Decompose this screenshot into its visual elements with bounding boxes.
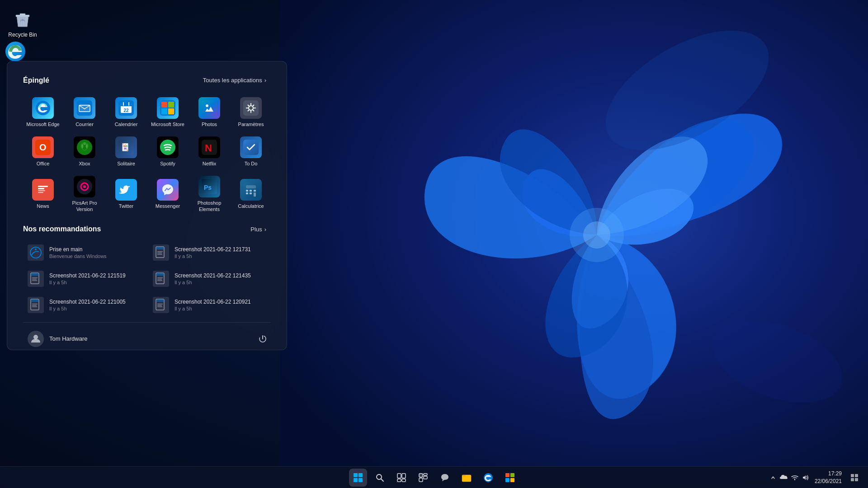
rec-icon-rec3 [28, 271, 44, 287]
app-item-office[interactable]: O Office [23, 133, 63, 170]
notification-button[interactable] [846, 469, 863, 486]
search-button[interactable] [371, 469, 389, 487]
svg-text:N: N [205, 142, 212, 154]
rec-info-rec6: Screenshot 2021-06-22 120921Il y a 5h [175, 299, 251, 311]
taskview-button[interactable] [392, 469, 410, 487]
svg-point-36 [83, 142, 86, 145]
user-name: Tom Hardware [49, 335, 88, 342]
rec-item-rec4[interactable]: Screenshot 2021-06-22 121435Il y a 5h [148, 267, 271, 291]
svg-rect-28 [202, 100, 217, 116]
start-button[interactable] [349, 469, 367, 487]
svg-rect-99 [397, 474, 401, 478]
rec-info-rec5: Screenshot 2021-06-22 121005Il y a 5h [49, 299, 126, 311]
svg-rect-116 [855, 478, 858, 481]
svg-point-90 [33, 335, 38, 339]
svg-rect-81 [31, 299, 39, 302]
onedrive-icon[interactable] [779, 473, 788, 482]
app-item-twitter[interactable]: Twitter [106, 172, 146, 216]
svg-rect-114 [855, 474, 858, 477]
rec-name-rec6: Screenshot 2021-06-22 120921 [175, 299, 251, 305]
rec-item-rec6[interactable]: Screenshot 2021-06-22 120921Il y a 5h [148, 293, 271, 317]
app-name-todo: To Do [245, 161, 258, 167]
app-item-edge[interactable]: Microsoft Edge [23, 94, 63, 131]
svg-rect-93 [354, 473, 358, 477]
app-item-spotify[interactable]: Spotify [148, 133, 188, 170]
system-tray: 17:29 22/06/2021 [769, 469, 863, 486]
show-hidden-icons[interactable] [769, 473, 778, 482]
rec-icon-rec2 [153, 244, 169, 261]
svg-rect-86 [156, 299, 164, 302]
clock-area[interactable]: 17:29 22/06/2021 [812, 469, 844, 486]
network-icon[interactable] [790, 473, 799, 482]
taskbar: 17:29 22/06/2021 [0, 466, 868, 488]
svg-rect-30 [243, 100, 259, 116]
app-icon-netflix: N [198, 136, 220, 158]
app-item-xbox[interactable]: Xbox [65, 133, 104, 170]
app-item-picsart[interactable]: PicsArt Pro Version [65, 172, 104, 216]
app-name-settings: Paramètres [238, 122, 264, 127]
app-item-messenger[interactable]: Messenger [148, 172, 188, 216]
rec-item-rec3[interactable]: Screenshot 2021-06-22 121519Il y a 5h [23, 267, 146, 291]
rec-item-rec2[interactable]: Screenshot 2021-06-22 121731Il y a 5h [148, 241, 271, 264]
svg-point-50 [83, 185, 86, 188]
volume-icon[interactable] [801, 473, 810, 482]
svg-point-64 [35, 249, 37, 250]
app-item-store[interactable]: Microsoft Store [148, 94, 188, 131]
all-apps-button[interactable]: Toutes les applications › [198, 75, 271, 85]
store-taskbar-button[interactable] [501, 469, 519, 487]
chat-button[interactable] [436, 469, 454, 487]
rec-name-rec3: Screenshot 2021-06-22 121519 [49, 272, 126, 279]
rec-item-rec1[interactable]: Prise en mainBienvenue dans Windows [23, 241, 146, 264]
svg-rect-71 [31, 273, 39, 276]
svg-rect-60 [246, 192, 248, 194]
svg-rect-44 [38, 186, 48, 187]
app-icon-todo [240, 136, 262, 158]
svg-rect-57 [246, 190, 248, 192]
file-explorer-button[interactable] [458, 469, 476, 487]
app-item-calendar[interactable]: 22 Calendrier [106, 94, 146, 131]
plus-button[interactable]: Plus › [246, 224, 271, 235]
svg-rect-87 [157, 304, 163, 305]
app-name-store: Microsoft Store [151, 122, 184, 127]
app-name-calendar: Calendrier [115, 122, 138, 127]
rec-time-rec5: Il y a 5h [49, 306, 126, 311]
app-item-calc[interactable]: Calculatrice [231, 172, 271, 216]
rec-time-rec1: Bienvenue dans Windows [49, 253, 107, 259]
rec-name-rec4: Screenshot 2021-06-22 121435 [175, 272, 251, 279]
app-name-messenger: Messenger [156, 203, 180, 209]
svg-rect-47 [38, 192, 43, 193]
pinned-apps-grid: Microsoft Edge Courrier 22 Calendrier Mi… [23, 94, 271, 216]
svg-rect-25 [168, 102, 174, 108]
app-item-mail[interactable]: Courrier [65, 94, 104, 131]
recycle-bin-icon[interactable]: Recycle Bin [5, 5, 41, 42]
app-item-todo[interactable]: To Do [231, 133, 271, 170]
svg-point-12 [36, 101, 50, 115]
app-item-photoshop[interactable]: Ps Photoshop Elements [189, 172, 229, 216]
app-item-news[interactable]: News [23, 172, 63, 216]
app-icon-store [157, 97, 179, 119]
svg-rect-82 [32, 304, 38, 305]
app-name-mail: Courrier [75, 122, 94, 127]
rec-icon-rec6 [153, 297, 169, 313]
clock-date: 22/06/2021 [815, 478, 842, 485]
app-item-photos[interactable]: Photos [189, 94, 229, 131]
power-button[interactable] [255, 331, 271, 347]
clock-time: 17:29 [828, 470, 842, 478]
rec-time-rec4: Il y a 5h [175, 280, 251, 285]
app-item-settings[interactable]: Paramètres [231, 94, 271, 131]
app-icon-news [32, 179, 54, 201]
pinned-title: Épinglé [23, 76, 49, 84]
edge-desktop-icon[interactable] [5, 41, 27, 63]
edge-taskbar-button[interactable] [479, 469, 497, 487]
user-profile[interactable]: Tom Hardware [23, 328, 92, 350]
app-item-solitaire[interactable]: 🃏 Solitaire [106, 133, 146, 170]
app-icon-photos [198, 97, 220, 119]
app-name-spotify: Spotify [160, 161, 175, 167]
app-icon-calc [240, 179, 262, 201]
widgets-button[interactable] [414, 469, 432, 487]
svg-point-2 [583, 221, 610, 249]
svg-text:🃏: 🃏 [121, 143, 130, 151]
rec-info-rec2: Screenshot 2021-06-22 121731Il y a 5h [175, 246, 251, 259]
rec-item-rec5[interactable]: Screenshot 2021-06-22 121005Il y a 5h [23, 293, 146, 317]
app-item-netflix[interactable]: N Netflix [189, 133, 229, 170]
